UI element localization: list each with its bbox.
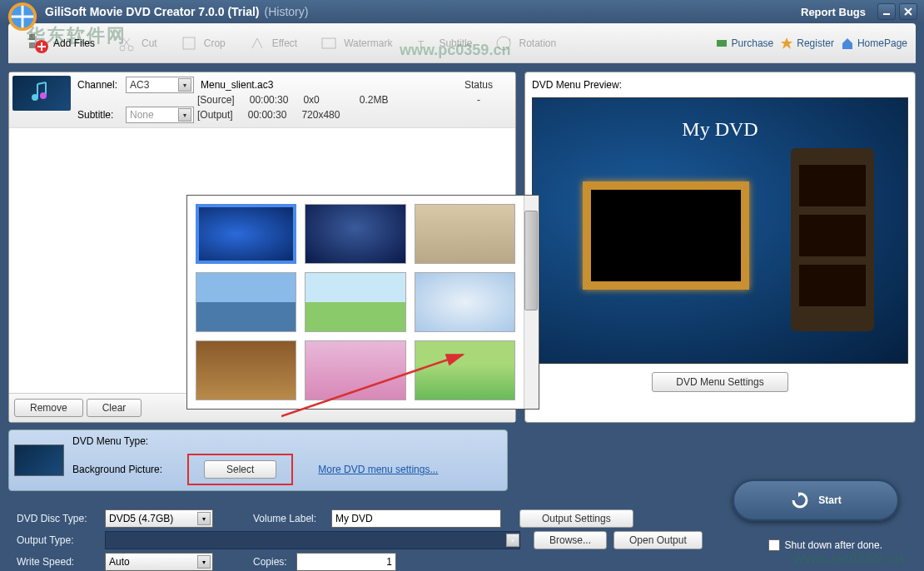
disc-type-select[interactable]: DVD5 (4.7GB)▾ [105, 509, 213, 528]
svg-point-8 [120, 46, 125, 51]
bg-thumb-9[interactable] [415, 340, 515, 400]
more-settings-link[interactable]: More DVD menu settings... [318, 464, 438, 475]
cut-button[interactable]: Cut [105, 28, 167, 58]
cart-icon [715, 37, 728, 50]
file-thumbnail [12, 76, 71, 111]
output-settings-button[interactable]: Output Settings [519, 509, 633, 528]
write-speed-select[interactable]: Auto▾ [105, 553, 213, 571]
output-duration: 00:00:30 [248, 109, 287, 121]
disc-type-label: DVD Disc Type: [17, 513, 98, 524]
select-button-highlight: Select [187, 454, 293, 485]
background-picker-popup [186, 195, 539, 410]
clear-button[interactable]: Clear [87, 399, 142, 417]
rotation-icon [492, 32, 515, 55]
source-duration: 00:00:30 [250, 94, 289, 106]
output-label: [Output] [197, 109, 233, 121]
homepage-link[interactable]: HomePage [841, 37, 907, 50]
bg-thumb-1[interactable] [196, 204, 296, 264]
bg-thumb-8[interactable] [305, 340, 405, 400]
start-button[interactable]: Start [733, 479, 899, 521]
svg-rect-5 [29, 34, 35, 40]
preview-title: DVD Menu Preview: [532, 79, 908, 91]
chevron-down-icon: ▾ [178, 108, 191, 122]
home-icon [841, 37, 854, 50]
volume-label-input[interactable] [331, 509, 501, 528]
subtitle-icon: T [412, 32, 435, 55]
bg-thumb-7[interactable] [196, 340, 296, 400]
output-type-select[interactable]: ▾ [105, 531, 520, 549]
dvd-menu-preview: My DVD [532, 97, 908, 364]
select-bg-button[interactable]: Select [204, 460, 276, 479]
report-bugs-link[interactable]: Report Bugs [801, 6, 866, 18]
svg-point-17 [40, 92, 47, 99]
rotation-button[interactable]: Rotation [482, 28, 566, 58]
source-size: 0.2MB [360, 94, 389, 106]
picker-scrollbar[interactable] [524, 196, 539, 409]
crop-button[interactable]: Crop [167, 28, 236, 58]
watermark-button[interactable]: Watermark [307, 28, 402, 58]
history-link[interactable]: (History) [265, 5, 309, 18]
menu-config-bar: DVD Menu Type: Background Picture: Selec… [8, 429, 508, 491]
close-button[interactable] [899, 3, 917, 20]
add-files-icon [27, 32, 50, 55]
svg-rect-11 [322, 38, 335, 48]
channel-select[interactable]: AC3 ▾ [126, 77, 194, 93]
open-output-button[interactable]: Open Output [614, 531, 703, 549]
chevron-down-icon: ▾ [197, 555, 211, 569]
menu-type-label: DVD Menu Type: [72, 435, 181, 447]
scroll-thumb[interactable] [524, 211, 538, 310]
status-value: - [445, 94, 512, 106]
dvd-menu-settings-button[interactable]: DVD Menu Settings [652, 372, 787, 392]
subtitle-label: Subtitle: [77, 109, 122, 121]
toolbar: Add Files Cut Crop Effect Watermark T Su… [8, 23, 916, 63]
bg-thumb-6[interactable] [415, 272, 515, 332]
watermark-icon [317, 32, 340, 55]
chevron-down-icon: ▾ [197, 512, 211, 525]
chevron-down-icon: ▾ [178, 78, 191, 92]
svg-text:T: T [418, 39, 425, 51]
svg-rect-21 [799, 265, 866, 306]
svg-rect-14 [717, 40, 727, 47]
effect-icon [246, 32, 269, 55]
crop-icon [177, 32, 201, 55]
file-name: Menu_slient.ac3 [201, 79, 273, 91]
music-note-icon [29, 81, 54, 106]
subtitle-label: Subtitle [439, 37, 472, 49]
channel-label: Channel: [77, 79, 122, 91]
shutdown-label: Shut down after done. [785, 539, 882, 551]
crop-label: Crop [204, 37, 226, 49]
svg-point-9 [128, 46, 133, 51]
subtitle-select[interactable]: None ▾ [126, 107, 194, 123]
chevron-down-icon: ▾ [506, 534, 519, 547]
subtitle-button[interactable]: T Subtitle [402, 28, 482, 58]
register-link[interactable]: Register [780, 37, 834, 50]
svg-rect-6 [29, 42, 35, 48]
file-row[interactable]: Channel: AC3 ▾ Menu_slient.ac3 Status [9, 72, 515, 128]
refresh-icon [790, 490, 810, 510]
output-res: 720x480 [301, 109, 340, 121]
source-label: [Source] [197, 94, 235, 106]
film-strip-decoration [774, 148, 891, 331]
svg-marker-15 [781, 37, 792, 49]
effect-button[interactable]: Effect [236, 28, 307, 58]
svg-rect-20 [799, 215, 866, 256]
purchase-link[interactable]: Purchase [715, 37, 774, 50]
bg-thumb-2[interactable] [305, 204, 405, 264]
output-type-label: Output Type: [17, 534, 98, 546]
bg-picture-label: Background Picture: [72, 464, 181, 475]
remove-button[interactable]: Remove [14, 399, 83, 417]
bg-thumb-4[interactable] [196, 272, 296, 332]
rotation-label: Rotation [519, 37, 556, 49]
volume-label-label: Volume Label: [253, 513, 325, 524]
copies-input[interactable] [296, 553, 396, 571]
app-title: GiliSoft Movie DVD Creator 7.0.0 (Trial) [45, 5, 260, 18]
svg-rect-10 [183, 37, 195, 49]
bg-thumb-5[interactable] [305, 272, 405, 332]
browse-button[interactable]: Browse... [534, 531, 607, 549]
bg-thumb-3[interactable] [415, 204, 515, 264]
status-header: Status [445, 79, 512, 91]
menu-type-thumb [14, 444, 64, 476]
shutdown-row: Shut down after done. [768, 539, 882, 551]
minimize-button[interactable] [877, 3, 896, 20]
shutdown-checkbox[interactable] [768, 539, 780, 551]
